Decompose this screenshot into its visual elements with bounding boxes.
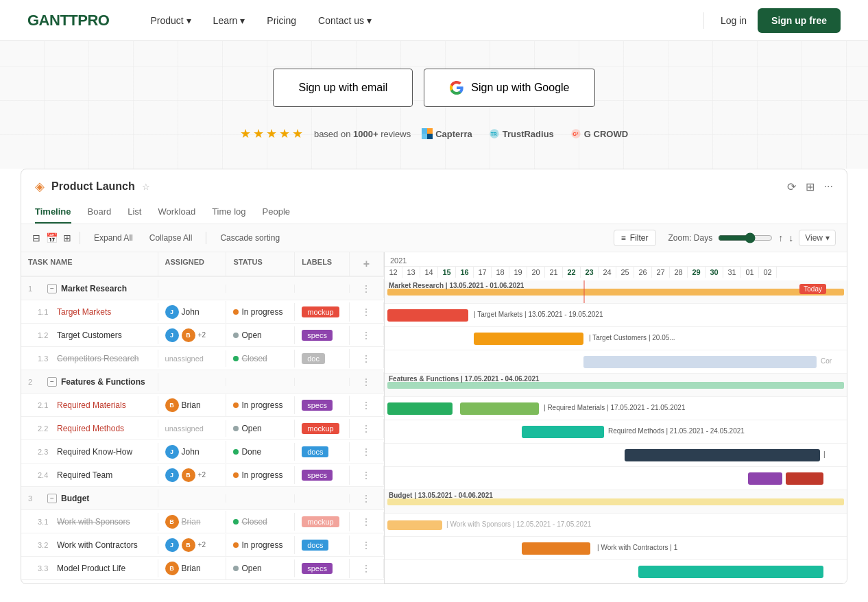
- date-cell: 29: [688, 267, 706, 278]
- date-cell: 23: [581, 267, 599, 278]
- filter-icon: ≡: [621, 233, 626, 243]
- bar-label-outside: Cor: [821, 357, 832, 365]
- toolbar-icon-1[interactable]: ⊟: [32, 232, 40, 243]
- bar-req-materials-2: [460, 402, 539, 415]
- date-cell: 31: [723, 267, 741, 278]
- label-badge: mockup: [302, 423, 339, 434]
- gantt-row: Today Market Research | 13.05.2021 - 01.…: [385, 280, 847, 304]
- tab-people[interactable]: People: [263, 201, 290, 224]
- history-icon[interactable]: ⟳: [787, 180, 796, 193]
- avatar: J: [165, 328, 179, 342]
- zoom-slider[interactable]: [718, 232, 773, 243]
- cascade-sorting-button[interactable]: Cascade sorting: [215, 230, 285, 245]
- task-name-cell: 1.2 Target Customers: [21, 326, 158, 344]
- status-dot: [233, 309, 239, 315]
- tab-board[interactable]: Board: [88, 201, 112, 224]
- g2crowd-icon: G²: [570, 128, 581, 139]
- nav-learn[interactable]: Learn ▾: [213, 15, 245, 26]
- signup-google-button[interactable]: Sign up with Google: [424, 69, 594, 107]
- favorite-icon[interactable]: ☆: [142, 182, 150, 192]
- signup-button[interactable]: Sign up free: [758, 8, 841, 33]
- tab-timeline[interactable]: Timeline: [35, 201, 71, 224]
- task-link[interactable]: Required Methods: [57, 424, 124, 433]
- unassigned-label: unassigned: [165, 354, 204, 363]
- row-actions[interactable]: ⋮: [350, 372, 384, 392]
- bar-label-outside: Required Methods | 21.05.2021 - 24.05.20…: [608, 427, 745, 435]
- gantt-row: Required Methods | 21.05.2021 - 24.05.20…: [385, 420, 847, 444]
- row-actions[interactable]: ⋮: [350, 326, 384, 345]
- row-actions[interactable]: ⋮: [350, 279, 384, 298]
- nav-contact[interactable]: Contact us ▾: [318, 15, 372, 26]
- signup-email-button[interactable]: Sign up with email: [273, 69, 413, 107]
- toolbar-icon-3[interactable]: ⊞: [63, 232, 71, 243]
- capterra-icon: [422, 128, 433, 139]
- nav-product[interactable]: Product ▾: [150, 15, 191, 26]
- row-actions[interactable]: ⋮: [350, 535, 384, 555]
- tab-list[interactable]: List: [128, 201, 141, 224]
- reviews-text: based on 1000+ reviews: [314, 129, 411, 139]
- login-button[interactable]: Log in: [721, 15, 747, 26]
- task-link[interactable]: Target Markets: [57, 307, 111, 317]
- row-actions[interactable]: ⋮: [350, 559, 384, 578]
- row-actions[interactable]: ⋮: [350, 419, 384, 438]
- labels-cell: docs: [295, 535, 350, 555]
- row-actions[interactable]: ⋮: [350, 396, 384, 415]
- widget-controls: ⟳ ⊞ ···: [787, 180, 833, 193]
- row-actions[interactable]: ⋮: [350, 512, 384, 531]
- star-3: ★: [266, 126, 277, 141]
- signup-buttons: Sign up with email Sign up with Google: [273, 69, 594, 107]
- expand-all-button[interactable]: Expand All: [88, 230, 138, 245]
- date-cell: 24: [599, 267, 616, 278]
- tab-workload[interactable]: Workload: [158, 201, 195, 224]
- row-number: 3.2: [38, 541, 54, 549]
- review-logos: Capterra TR TrustRadius G² G CROWD: [422, 128, 628, 139]
- bar-req-team-2: [786, 472, 823, 485]
- tab-timelog[interactable]: Time log: [212, 201, 245, 224]
- row-actions[interactable]: ⋮: [350, 442, 384, 461]
- row-actions[interactable]: ⋮: [350, 489, 384, 508]
- table-row: 2.3 Required Know-How J John Done docs ⋮: [21, 440, 384, 463]
- filter-label: Filter: [630, 233, 649, 243]
- assigned-cell: J John: [158, 441, 227, 463]
- avatar: J: [165, 305, 179, 319]
- status-cell: Open: [226, 559, 295, 577]
- filter-button[interactable]: ≡ Filter: [614, 230, 656, 246]
- nav-actions: Log in Sign up free: [698, 8, 841, 33]
- task-name-cell: 3.2 Work with Contractors: [21, 536, 158, 554]
- task-name-cell: 3.3 Model Product Life: [21, 559, 158, 577]
- settings-icon[interactable]: ⊞: [806, 180, 815, 193]
- svg-text:G²: G²: [572, 131, 579, 137]
- task-name-cell: 3.1 Work with Sponsors: [21, 513, 158, 531]
- toolbar-icon-2[interactable]: 📅: [46, 232, 58, 243]
- chevron-down-icon: ▾: [825, 233, 830, 243]
- assigned-cell: [158, 378, 227, 386]
- gantt-row: | Target Markets | 13.05.2021 - 19.05.20…: [385, 304, 847, 327]
- year-row: 2021: [385, 255, 847, 267]
- view-button[interactable]: View ▾: [799, 230, 836, 246]
- label-badge: docs: [302, 446, 328, 457]
- collapse-button[interactable]: −: [47, 494, 57, 503]
- col-header-assigned: Assigned: [158, 252, 227, 276]
- gantt-row: [385, 560, 847, 583]
- import-icon[interactable]: ↓: [788, 232, 793, 243]
- toolbar-separator-2: [206, 232, 206, 244]
- row-actions[interactable]: ⋮: [350, 349, 384, 368]
- task-table-header: Task name Assigned Status Labels +: [21, 252, 384, 277]
- status-cell: In progress: [226, 396, 295, 414]
- task-link[interactable]: Required Materials: [57, 400, 126, 410]
- task-name-label: Features & Functions: [61, 377, 145, 387]
- more-icon[interactable]: ···: [824, 180, 833, 193]
- collapse-button[interactable]: −: [47, 377, 57, 387]
- bar-sponsors: [387, 520, 442, 530]
- collapse-button[interactable]: −: [47, 284, 57, 293]
- row-actions[interactable]: ⋮: [350, 466, 384, 485]
- col-header-status: Status: [226, 252, 295, 276]
- date-cell: 13: [402, 267, 420, 278]
- col-header-add[interactable]: +: [350, 252, 384, 276]
- collapse-all-button[interactable]: Collapse All: [144, 230, 198, 245]
- avatar: B: [182, 328, 195, 342]
- export-icon[interactable]: ↑: [778, 232, 783, 243]
- status-dot: [233, 472, 239, 478]
- row-actions[interactable]: ⋮: [350, 302, 384, 322]
- nav-pricing[interactable]: Pricing: [267, 15, 296, 26]
